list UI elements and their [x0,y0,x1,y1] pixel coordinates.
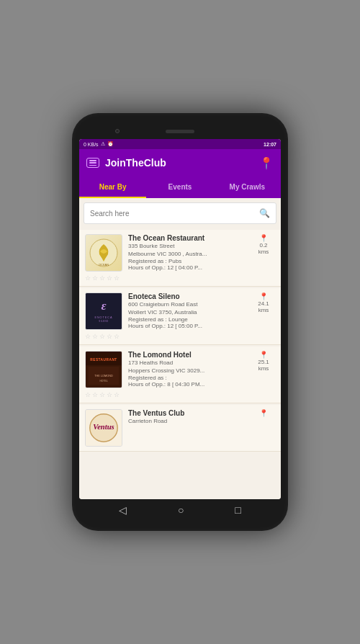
search-bar: 🔍 [84,202,276,224]
svg-text:OCEAN: OCEAN [99,263,109,267]
restaurant-logo-lomond: RESTAURANT THE LOMOND HOTEL [85,351,122,388]
location-icon[interactable]: 📍 [259,156,274,170]
svg-text:RESTAURANT: RESTAURANT [90,358,117,362]
restaurant-name-lomond: The Lomond Hotel [128,351,246,359]
restaurant-card-ventus[interactable]: Ventus The Ventus Club Carrieton Road 📍 [79,405,281,452]
restaurant-name-ventus: The Ventus Club [128,409,246,417]
menu-icon[interactable] [86,158,99,168]
app-title: JoinTheClub [105,157,166,169]
warning-icon: ⚠ [101,141,105,147]
distance-pin-enoteca: 📍 [259,292,268,300]
search-icon[interactable]: 🔍 [259,208,270,218]
card-info-lomond: The Lomond Hotel 173 Heaths Road Hoppers… [128,351,246,388]
restaurant-name-enoteca: Enoteca Sileno [128,292,246,300]
distance-ventus: 📍 [252,409,275,417]
back-button[interactable]: ◁ [119,504,127,516]
app-header: JoinTheClub 📍 [79,149,281,176]
restaurant-hours-lomond: Hours of Opp.: 8 [ 04:30 PM... [128,381,246,388]
distance-ocean: 📍 0.2 kms [252,234,275,255]
distance-enoteca: 📍 24.1 kms [252,292,275,313]
restaurant-list: OCEAN The Ocean Restaurant 335 Bourke St… [79,228,281,499]
card-info-ocean: The Ocean Restaurant 335 Bourke Street M… [128,234,246,271]
restaurant-registered-lomond: Registered as : [128,375,246,381]
restaurant-logo-ocean: OCEAN [85,234,122,272]
phone-screen: 0 KB/s ⚠ ⏰ 12:07 JoinTheClub 📍 Near By E… [79,139,281,499]
alarm-icon: ⏰ [107,141,114,147]
restaurant-address1-ocean: 335 Bourke Street [128,242,246,250]
stars-enoteca: ☆ ☆ ☆ ☆ ☆ [85,333,275,340]
restaurant-address1-enoteca: 600 Craigieburn Road East [128,300,246,308]
ventus-logo-svg: Ventus [86,409,122,447]
distance-lomond: 📍 25.1 kms [252,351,275,372]
distance-unit-ocean: kms [258,249,269,255]
restaurant-logo-ventus: Ventus [85,409,122,447]
tab-crawls[interactable]: My Crawls [214,176,281,198]
home-button[interactable]: ○ [178,504,184,516]
phone-top [79,123,281,139]
svg-text:HOTEL: HOTEL [99,380,107,383]
restaurant-hours-ocean: Hours of Opp.: 12 [ 04:00 P... [128,264,246,271]
distance-pin-lomond: 📍 [259,351,268,359]
restaurant-address2-enoteca: Wollert VIC 3750, Australia [128,308,246,316]
distance-pin-ocean: 📍 [259,234,268,242]
status-bar: 0 KB/s ⚠ ⏰ 12:07 [79,139,281,149]
status-time: 12:07 [264,142,276,147]
recent-button[interactable]: □ [235,504,240,516]
restaurant-hours-enoteca: Hours of Opp.: 12 [ 05:00 P... [128,323,246,329]
restaurant-registered-enoteca: Registered as : Lounge [128,316,246,323]
search-input[interactable] [90,210,259,218]
restaurant-card-enoteca[interactable]: ε ENOTECA SILENO Enoteca Sileno 600 Crai… [79,288,281,345]
restaurant-card-lomond[interactable]: RESTAURANT THE LOMOND HOTEL The Lomond H… [79,346,281,403]
phone-device: 0 KB/s ⚠ ⏰ 12:07 JoinTheClub 📍 Near By E… [72,113,288,531]
distance-value-ocean: 0.2 [259,242,267,249]
restaurant-address2-ocean: Melbourne VIC 3000 , Austra... [128,250,246,258]
card-info-ventus: The Ventus Club Carrieton Road [128,409,246,425]
svg-text:SILENO: SILENO [99,320,109,323]
restaurant-logo-enoteca: ε ENOTECA SILENO [85,292,122,330]
distance-unit-lomond: kms [258,365,269,372]
data-speed: 0 KB/s [84,142,99,147]
phone-bottom-bar: ◁ ○ □ [79,499,281,521]
svg-text:ε: ε [101,299,106,313]
restaurant-address1-ventus: Carrieton Road [128,417,246,425]
restaurant-address2-lomond: Hoppers Crossing VIC 3029... [128,367,246,375]
phone-speaker [166,130,194,133]
restaurant-card-ocean[interactable]: OCEAN The Ocean Restaurant 335 Bourke St… [79,230,281,287]
restaurant-name-ocean: The Ocean Restaurant [128,234,246,242]
distance-pin-ventus: 📍 [259,409,268,417]
tab-events[interactable]: Events [146,176,213,198]
stars-ocean: ☆ ☆ ☆ ☆ ☆ [85,274,275,282]
distance-value-lomond: 25.1 [258,359,269,365]
svg-text:Ventus: Ventus [93,423,114,431]
header-left: JoinTheClub [86,157,166,169]
distance-value-enoteca: 24.1 [258,300,269,307]
restaurant-registered-ocean: Registered as : Pubs [128,258,246,264]
stars-lomond: ☆ ☆ ☆ ☆ ☆ [85,391,275,398]
svg-text:ENOTECA: ENOTECA [94,316,112,319]
lomond-logo-svg: RESTAURANT THE LOMOND HOTEL [86,351,122,388]
status-left: 0 KB/s ⚠ ⏰ [84,141,114,147]
svg-text:THE LOMOND: THE LOMOND [94,375,113,377]
ocean-logo-svg: OCEAN [89,238,118,267]
tab-bar: Near By Events My Crawls [79,176,281,198]
tab-nearby[interactable]: Near By [79,176,146,198]
restaurant-address1-lomond: 173 Heaths Road [128,359,246,367]
card-info-enoteca: Enoteca Sileno 600 Craigieburn Road East… [128,292,246,329]
distance-unit-enoteca: kms [258,307,269,313]
phone-camera [115,129,120,133]
enoteca-logo-svg: ε ENOTECA SILENO [86,292,122,330]
